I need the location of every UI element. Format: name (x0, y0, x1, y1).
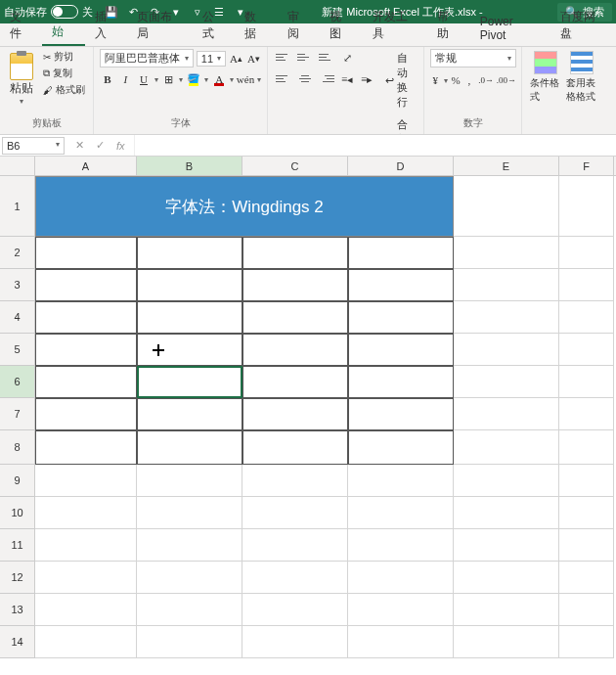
cell-F6[interactable] (559, 366, 614, 398)
name-box[interactable]: B6▾ (2, 137, 65, 155)
align-middle-button[interactable] (295, 49, 315, 65)
cell-A10[interactable] (35, 497, 137, 529)
cell-B9[interactable] (137, 465, 242, 497)
cell-C14[interactable] (242, 626, 348, 658)
cell-E2[interactable] (454, 237, 559, 269)
cell-D14[interactable] (348, 626, 454, 658)
cell-C12[interactable] (242, 562, 348, 594)
increase-decimal-button[interactable]: .0→ (477, 71, 495, 89)
cell-D13[interactable] (348, 594, 454, 626)
cell-F9[interactable] (559, 465, 614, 497)
tab-公式[interactable]: 公式 (193, 5, 235, 46)
align-center-button[interactable] (295, 70, 315, 86)
table-cell[interactable] (348, 269, 454, 301)
enter-formula-icon[interactable]: ✓ (93, 139, 108, 152)
toggle-switch[interactable] (51, 5, 78, 19)
cell-A12[interactable] (35, 562, 137, 594)
cell-F3[interactable] (559, 269, 614, 301)
chevron-down-icon[interactable]: ▾ (154, 75, 158, 84)
cell-E3[interactable] (454, 269, 559, 301)
table-cell[interactable] (348, 301, 454, 334)
cell-F4[interactable] (559, 301, 614, 334)
orientation-button[interactable]: ⤢ (338, 49, 356, 67)
border-button[interactable]: ⊞ (161, 70, 177, 88)
tab-页面布局[interactable]: 页面布局 (127, 5, 193, 46)
cell-B14[interactable] (137, 626, 242, 658)
column-header-C[interactable]: C (242, 157, 348, 175)
table-cell[interactable] (242, 430, 348, 465)
fx-icon[interactable]: fx (113, 140, 128, 152)
row-header-3[interactable]: 3 (0, 269, 35, 301)
cancel-formula-icon[interactable]: ✕ (72, 139, 87, 152)
row-header-14[interactable]: 14 (0, 626, 35, 658)
row-header-11[interactable]: 11 (0, 529, 35, 562)
cell-D9[interactable] (348, 465, 454, 497)
cell-E6[interactable] (454, 366, 559, 398)
font-size-combo[interactable]: 11▾ (197, 51, 226, 67)
row-header-10[interactable]: 10 (0, 497, 35, 529)
cell-E7[interactable] (454, 398, 559, 430)
italic-button[interactable]: I (118, 70, 134, 88)
cell-E12[interactable] (454, 562, 559, 594)
cell-E10[interactable] (454, 497, 559, 529)
font-color-button[interactable]: A (211, 70, 227, 88)
cell-E5[interactable] (454, 334, 559, 366)
cell-E4[interactable] (454, 301, 559, 334)
table-cell[interactable] (35, 334, 137, 366)
chevron-down-icon[interactable]: ▾ (204, 75, 208, 84)
font-name-combo[interactable]: 阿里巴巴普惠体▾ (100, 49, 194, 68)
cell-F11[interactable] (559, 529, 614, 562)
table-cell[interactable] (137, 301, 242, 334)
chevron-down-icon[interactable]: ▾ (257, 75, 261, 84)
column-header-F[interactable]: F (559, 157, 614, 175)
fill-color-button[interactable]: 🪣 (186, 70, 201, 88)
align-right-button[interactable] (317, 70, 336, 86)
table-cell[interactable] (35, 430, 137, 465)
table-cell[interactable] (137, 398, 242, 430)
chevron-down-icon[interactable]: ▾ (444, 76, 448, 85)
table-cell[interactable] (35, 269, 137, 301)
table-cell[interactable] (35, 398, 137, 430)
cell-C13[interactable] (242, 594, 348, 626)
decrease-decimal-button[interactable]: .00→ (498, 71, 515, 89)
tab-帮助[interactable]: 帮助 (427, 5, 469, 46)
tab-数据[interactable]: 数据 (235, 5, 277, 46)
table-cell[interactable] (348, 398, 454, 430)
tab-审阅[interactable]: 审阅 (278, 5, 320, 46)
cell-B13[interactable] (137, 594, 242, 626)
row-header-4[interactable]: 4 (0, 301, 35, 334)
cell-F13[interactable] (559, 594, 614, 626)
table-cell[interactable] (348, 334, 454, 366)
bold-button[interactable]: B (100, 70, 115, 88)
align-left-button[interactable] (274, 70, 293, 86)
conditional-format-button[interactable]: 条件格式 (528, 49, 562, 106)
row-header-5[interactable]: 5 (0, 334, 35, 366)
table-cell[interactable] (242, 237, 348, 269)
tab-视图[interactable]: 视图 (320, 5, 362, 46)
cell-E13[interactable] (454, 594, 559, 626)
cell-A11[interactable] (35, 529, 137, 562)
cell-B11[interactable] (137, 529, 242, 562)
column-header-D[interactable]: D (348, 157, 454, 175)
cell-F5[interactable] (559, 334, 614, 366)
currency-button[interactable]: ¥ (430, 71, 441, 89)
table-cell[interactable] (242, 334, 348, 366)
cell-E11[interactable] (454, 529, 559, 562)
percent-button[interactable]: % (451, 71, 462, 89)
phonetic-button[interactable]: wén (237, 70, 254, 88)
tab-百度网盘[interactable]: 百度网盘 (550, 5, 616, 46)
row-header-1[interactable]: 1 (0, 176, 35, 237)
table-cell[interactable] (35, 366, 137, 398)
align-top-button[interactable] (274, 49, 293, 65)
cell-E1[interactable] (454, 176, 559, 237)
increase-font-button[interactable]: A▴ (229, 50, 243, 68)
select-all-corner[interactable] (0, 157, 35, 175)
wrap-text-button[interactable]: ↩自动换行 (383, 49, 418, 112)
cell-E14[interactable] (454, 626, 559, 658)
row-header-8[interactable]: 8 (0, 430, 35, 465)
cell-A9[interactable] (35, 465, 137, 497)
table-cell[interactable] (137, 366, 242, 398)
chevron-down-icon[interactable]: ▾ (230, 75, 234, 84)
cell-F8[interactable] (559, 430, 614, 465)
tab-文件[interactable]: 文件 (0, 5, 42, 46)
